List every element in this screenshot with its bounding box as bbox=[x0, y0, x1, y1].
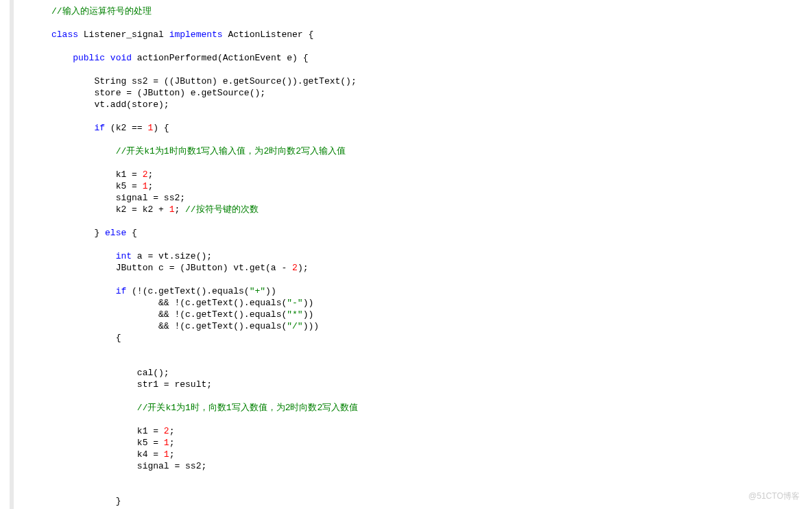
code-text: a = vt.size(); bbox=[132, 251, 212, 261]
code-text: { bbox=[116, 333, 121, 343]
code-text: && !(c.getText().equals( bbox=[158, 321, 287, 331]
code-text: JButton c = (JButton) vt.get(a - bbox=[116, 263, 292, 273]
string: "+" bbox=[250, 286, 265, 296]
code-text: k1 = bbox=[116, 169, 143, 180]
code-text: ActionListener { bbox=[223, 29, 314, 40]
comment: //开关k1为1时，向数1写入数值，为2时向数2写入数值 bbox=[137, 403, 358, 413]
code-text: ; bbox=[169, 438, 175, 448]
code-text: k1 = bbox=[137, 426, 164, 436]
code-text: k2 = k2 + bbox=[116, 204, 169, 215]
comment: //输入的运算符号的处理 bbox=[51, 6, 152, 16]
code-text: cal(); bbox=[137, 368, 169, 378]
code-text: )) bbox=[303, 309, 314, 320]
code-text: ); bbox=[298, 263, 309, 273]
code-text: vt.add(store); bbox=[94, 99, 169, 110]
string: "-" bbox=[287, 298, 302, 308]
code-text: )) bbox=[303, 298, 314, 308]
code-text: ; bbox=[169, 426, 175, 436]
number: 2 bbox=[164, 426, 169, 436]
code-text: )) bbox=[265, 286, 276, 296]
code-text: ; bbox=[169, 449, 175, 460]
code-text: str1 = result; bbox=[137, 379, 212, 390]
code-text: } bbox=[116, 496, 121, 506]
keyword-if: if bbox=[116, 286, 127, 296]
watermark: @51CTO博客 bbox=[748, 490, 800, 502]
code-text: k5 = bbox=[137, 438, 164, 448]
number: 1 bbox=[164, 438, 169, 448]
code-text: signal = ss2; bbox=[137, 461, 206, 471]
keyword-class: class bbox=[51, 29, 78, 40]
comment: //开关k1为1时向数1写入输入值，为2时向数2写入输入值 bbox=[116, 146, 346, 156]
keyword-void: void bbox=[110, 53, 132, 63]
code-text: { bbox=[126, 228, 137, 238]
number: 1 bbox=[164, 449, 169, 460]
code-text: ; bbox=[147, 181, 153, 191]
keyword-implements: implements bbox=[169, 29, 223, 40]
code-text: ; bbox=[147, 169, 153, 180]
keyword-else: else bbox=[105, 228, 126, 238]
code-text: ))) bbox=[303, 321, 319, 331]
code-text: && !(c.getText().equals( bbox=[158, 309, 287, 320]
code-text: actionPerformed(ActionEvent e) { bbox=[132, 53, 308, 63]
keyword-if: if bbox=[94, 123, 105, 133]
code-text bbox=[105, 53, 110, 63]
code-text: store = (JButton) e.getSource(); bbox=[94, 88, 265, 98]
number: 2 bbox=[292, 263, 298, 273]
comment: //按符号键的次数 bbox=[185, 204, 259, 215]
code-text: (k2 == bbox=[105, 123, 147, 133]
keyword-int: int bbox=[116, 251, 132, 261]
code-block: //输入的运算符号的处理 class Listener_signal imple… bbox=[10, 0, 812, 509]
code-text: k4 = bbox=[137, 449, 164, 460]
code-text: Listener_signal bbox=[78, 29, 169, 40]
code-text: } bbox=[94, 228, 105, 238]
string: "*" bbox=[287, 309, 302, 320]
code-text: ; bbox=[174, 204, 185, 215]
code-text: String ss2 = ((JButton) e.getSource()).g… bbox=[94, 76, 356, 86]
keyword-public: public bbox=[73, 53, 105, 63]
code-text: signal = ss2; bbox=[116, 193, 185, 203]
code-text: ) { bbox=[153, 123, 169, 133]
code-text: (!(c.getText().equals( bbox=[126, 286, 249, 296]
code-text: k5 = bbox=[116, 181, 143, 191]
code-text: && !(c.getText().equals( bbox=[158, 298, 287, 308]
string: "/" bbox=[287, 321, 302, 331]
